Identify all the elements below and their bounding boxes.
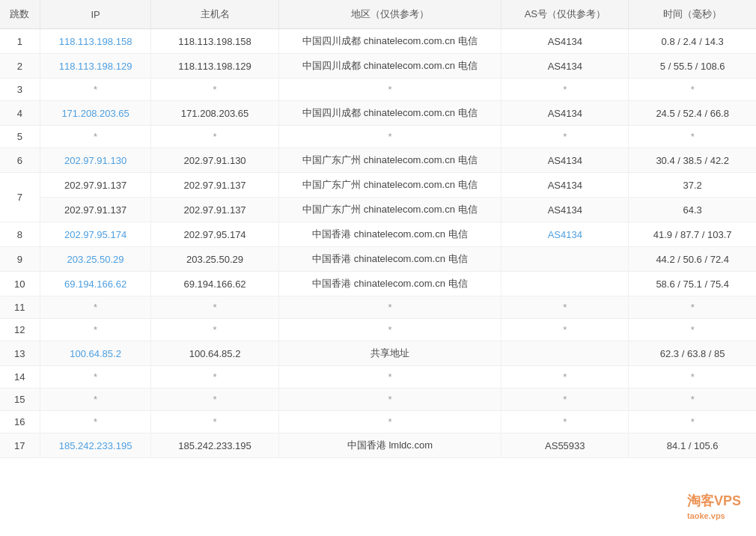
cell-hop: 12: [0, 319, 40, 341]
table-row: 8202.97.95.174202.97.95.174中国香港 chinatel…: [0, 222, 756, 247]
cell-as: [502, 341, 629, 366]
cell-ip[interactable]: 202.97.95.174: [40, 222, 151, 247]
ip-link[interactable]: 118.113.198.129: [59, 61, 132, 72]
cell-ip: *: [40, 126, 151, 148]
cell-as: *: [502, 126, 629, 148]
cell-hop: 9: [0, 247, 40, 272]
table-row: 5*****: [0, 126, 756, 148]
cell-region: 中国广东广州 chinatelecom.com.cn 电信: [278, 198, 502, 222]
cell-time: 5 / 55.5 / 108.6: [629, 54, 756, 79]
cell-region: 中国广东广州 chinatelecom.com.cn 电信: [278, 173, 502, 198]
cell-ip[interactable]: 118.113.198.158: [40, 29, 151, 54]
cell-time: 30.4 / 38.5 / 42.2: [629, 148, 756, 173]
ip-link[interactable]: 203.25.50.29: [67, 254, 124, 265]
cell-host: 118.113.198.129: [151, 54, 278, 79]
cell-as: [502, 247, 629, 272]
cell-host: *: [151, 319, 278, 341]
table-row: 9203.25.50.29203.25.50.29中国香港 chinatelec…: [0, 247, 756, 272]
cell-region: 中国香港 chinatelecom.com.cn 电信: [278, 247, 502, 272]
cell-ip[interactable]: 171.208.203.65: [40, 101, 151, 126]
cell-ip[interactable]: 100.64.85.2: [40, 341, 151, 366]
ip-link[interactable]: 100.64.85.2: [70, 348, 121, 359]
cell-host: 203.25.50.29: [151, 247, 278, 272]
cell-as: AS55933: [502, 433, 629, 458]
cell-hop: 15: [0, 389, 40, 411]
table-row: 12*****: [0, 319, 756, 341]
cell-as: *: [502, 79, 629, 101]
cell-hop: 8: [0, 222, 40, 247]
header-row: 跳数 IP 主机名 地区（仅供参考） AS号（仅供参考） 时间（毫秒）: [0, 0, 756, 29]
cell-ip[interactable]: 185.242.233.195: [40, 433, 151, 458]
cell-region: 中国四川成都 chinatelecom.com.cn 电信: [278, 54, 502, 79]
as-link[interactable]: AS4134: [548, 229, 582, 240]
table-row: 7202.97.91.137202.97.91.137中国广东广州 chinat…: [0, 173, 756, 198]
ip-link[interactable]: 202.97.91.130: [64, 155, 126, 166]
cell-region: *: [278, 296, 502, 319]
cell-as: AS4134: [502, 198, 629, 222]
cell-ip: *: [40, 366, 151, 389]
table-row: 3*****: [0, 79, 756, 101]
cell-hop: 1: [0, 29, 40, 54]
cell-ip: *: [40, 79, 151, 101]
cell-region: *: [278, 366, 502, 389]
cell-host: 171.208.203.65: [151, 101, 278, 126]
ip-link[interactable]: 185.242.233.195: [59, 440, 132, 451]
table-row: 14*****: [0, 366, 756, 389]
cell-ip[interactable]: 203.25.50.29: [40, 247, 151, 272]
cell-ip[interactable]: 202.97.91.130: [40, 148, 151, 173]
table-row: 17185.242.233.195185.242.233.195中国香港 lml…: [0, 433, 756, 458]
cell-as[interactable]: AS4134: [502, 222, 629, 247]
cell-as: *: [502, 366, 629, 389]
cell-ip: 202.97.91.137: [40, 198, 151, 222]
cell-host: 69.194.166.62: [151, 272, 278, 296]
cell-hop: 16: [0, 411, 40, 433]
cell-time: *: [629, 366, 756, 389]
table-row: 13100.64.85.2100.64.85.2共享地址62.3 / 63.8 …: [0, 341, 756, 366]
cell-time: *: [629, 79, 756, 101]
table-row: 11*****: [0, 296, 756, 319]
ip-link[interactable]: 118.113.198.158: [59, 36, 132, 47]
cell-hop: 13: [0, 341, 40, 366]
cell-time: 84.1 / 105.6: [629, 433, 756, 458]
cell-as: AS4134: [502, 148, 629, 173]
header-hop: 跳数: [0, 0, 40, 29]
header-host: 主机名: [151, 0, 278, 29]
cell-time: *: [629, 319, 756, 341]
cell-time: 24.5 / 52.4 / 66.8: [629, 101, 756, 126]
cell-hop: 4: [0, 101, 40, 126]
cell-host: 185.242.233.195: [151, 433, 278, 458]
cell-hop: 2: [0, 54, 40, 79]
cell-as: AS4134: [502, 54, 629, 79]
ip-link[interactable]: 69.194.166.62: [64, 278, 126, 290]
ip-link[interactable]: 171.208.203.65: [61, 108, 129, 119]
cell-region: 中国四川成都 chinatelecom.com.cn 电信: [278, 101, 502, 126]
table-row: 1069.194.166.6269.194.166.62中国香港 chinate…: [0, 272, 756, 296]
cell-host: 202.97.91.137: [151, 198, 278, 222]
cell-hop: 10: [0, 272, 40, 296]
cell-time: 62.3 / 63.8 / 85: [629, 341, 756, 366]
cell-hop: 6: [0, 148, 40, 173]
cell-ip: *: [40, 319, 151, 341]
cell-hop: 11: [0, 296, 40, 319]
cell-host: *: [151, 366, 278, 389]
cell-hop: 14: [0, 366, 40, 389]
cell-region: 中国香港 lmldc.com: [278, 433, 502, 458]
table-row: 1118.113.198.158118.113.198.158中国四川成都 ch…: [0, 29, 756, 54]
cell-hop: 7: [0, 173, 40, 222]
cell-ip: 202.97.91.137: [40, 173, 151, 198]
cell-as: *: [502, 319, 629, 341]
cell-host: 202.97.91.130: [151, 148, 278, 173]
cell-time: 64.3: [629, 198, 756, 222]
cell-hop: 3: [0, 79, 40, 101]
cell-host: *: [151, 126, 278, 148]
cell-ip[interactable]: 118.113.198.129: [40, 54, 151, 79]
cell-host: 100.64.85.2: [151, 341, 278, 366]
cell-ip[interactable]: 69.194.166.62: [40, 272, 151, 296]
cell-region: 中国广东广州 chinatelecom.com.cn 电信: [278, 148, 502, 173]
cell-region: *: [278, 126, 502, 148]
cell-host: 202.97.91.137: [151, 173, 278, 198]
cell-region: *: [278, 389, 502, 411]
ip-link[interactable]: 202.97.95.174: [64, 229, 126, 240]
cell-region: *: [278, 319, 502, 341]
cell-time: *: [629, 126, 756, 148]
